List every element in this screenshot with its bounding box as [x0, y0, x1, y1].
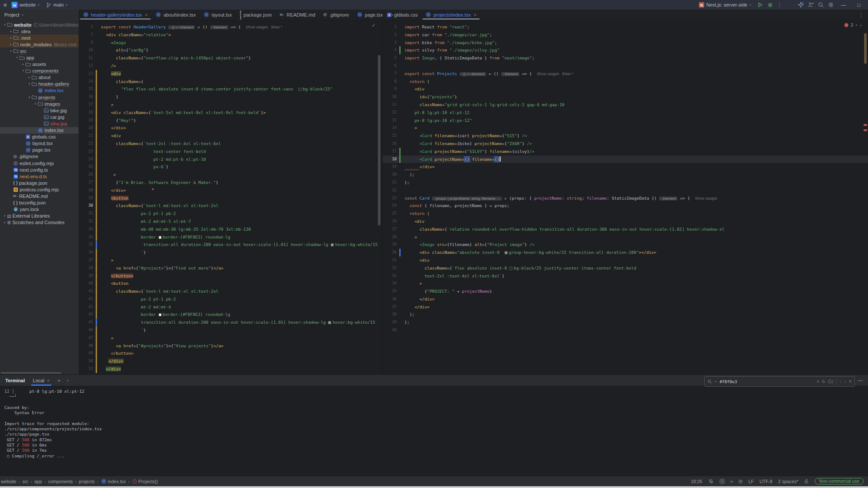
editor-line-28[interactable]: 28 > — [383, 233, 868, 241]
editor-line-16[interactable]: 16 <Card filename={bike} projectName={"Z… — [383, 140, 868, 148]
line-number[interactable]: 30 — [79, 202, 93, 210]
editor-line-10[interactable]: 10 alt={"carBg"} — [79, 46, 382, 54]
line-number[interactable]: 49 — [79, 350, 93, 357]
breadcrumb-item-index-tsx[interactable]: index.tsx — [101, 478, 126, 484]
editor-line-35[interactable]: 35 {"PROJECT: " + projectName} — [383, 287, 868, 295]
editor-line-40[interactable]: 40 — [383, 326, 868, 334]
tree-item-about[interactable]: ▸about — [0, 74, 79, 81]
tab-globals-css[interactable]: #globals.css — [383, 10, 422, 20]
editor-line-47[interactable]: 47 > — [79, 334, 382, 342]
editor-line-37[interactable]: 37 </div> — [383, 303, 868, 311]
close-icon[interactable]: × — [47, 378, 49, 383]
line-number[interactable]: 14 — [79, 78, 93, 86]
line-number[interactable]: 39 — [79, 272, 93, 280]
typescript-service-icon[interactable]: TS — [719, 479, 725, 484]
line-number[interactable]: 39 — [383, 318, 397, 326]
caret-position[interactable]: 18:26 — [691, 479, 702, 484]
prettier-icon[interactable]: ≈ — [730, 479, 733, 484]
chevron-right-icon[interactable]: ▸ — [9, 36, 13, 40]
editor-scrollbar[interactable] — [864, 33, 867, 64]
line-number[interactable]: 28 — [383, 233, 397, 241]
editor-line-26[interactable]: 26 > — [79, 171, 382, 179]
editor-line-32[interactable]: 32 mt-2 md:mt-5 xl:mt-7 — [79, 218, 382, 225]
editor-line-27[interactable]: 27 {"I'm Brian. Software Engineer & Make… — [79, 179, 382, 187]
editor-line-18[interactable]: 18 <Card projectName={} filename={} — [383, 156, 868, 163]
editor-line-6[interactable]: 6 — [383, 62, 868, 70]
tree-item-index-tsx[interactable]: index.tsx — [0, 127, 79, 134]
line-number[interactable]: 8 — [79, 39, 93, 47]
line-number[interactable]: 23 — [383, 194, 397, 202]
tree-item-package-json[interactable]: { }package.json — [0, 180, 79, 186]
line-number[interactable]: 38 — [383, 311, 397, 318]
breadcrumb-item-src[interactable]: src — [22, 479, 28, 484]
line-number[interactable]: 18 — [383, 156, 397, 163]
editor-line-21[interactable]: 21}; — [383, 179, 868, 187]
editor-line-26[interactable]: 26 <div — [383, 218, 868, 225]
editor-line-30[interactable]: 30 <div className="absolute inset-0 grou… — [383, 249, 868, 256]
line-separator[interactable]: LF — [748, 479, 754, 484]
file-encoding[interactable]: UTF-8 — [759, 479, 772, 484]
editor-line-29[interactable]: 29 <Image src={filename} alt={"Project i… — [383, 241, 868, 249]
chevron-right-icon[interactable]: ▸ — [3, 221, 7, 224]
main-menu-icon[interactable]: ≡ — [3, 2, 7, 8]
tab-header-gallery-index-tsx[interactable]: header-gallery\index.tsx× — [79, 10, 152, 20]
tree-item-images[interactable]: ▾images — [0, 100, 79, 107]
match-case-toggle[interactable]: Cc — [828, 379, 833, 384]
tab-projects-index-tsx[interactable]: projects\index.tsx× — [422, 10, 480, 20]
line-number[interactable]: 26 — [383, 218, 397, 225]
search-history-icon[interactable]: ↻ — [822, 379, 825, 384]
editor-line-15[interactable]: 15 <Card filename={car} projectName={"S1… — [383, 132, 868, 140]
tree-item-eslint-config-mjs[interactable]: eslint.config.mjs — [0, 160, 79, 166]
line-number[interactable]: 37 — [79, 256, 93, 264]
editor-line-39[interactable]: 39 </button> — [79, 272, 382, 280]
tree-item-external-libraries[interactable]: ▸▤External Libraries — [0, 213, 79, 219]
close-search-icon[interactable]: × — [849, 378, 852, 384]
editor-line-20[interactable]: 20 ); — [383, 171, 868, 179]
line-number[interactable]: 44 — [79, 311, 93, 318]
line-number[interactable]: 46 — [79, 326, 93, 334]
line-number[interactable]: 16 — [79, 93, 93, 101]
chevron-right-icon[interactable]: ▸ — [27, 76, 31, 79]
tree-item-globals-css[interactable]: #globals.css — [0, 134, 79, 140]
editor-line-3[interactable]: 3import bike from "./images/bike.jpg"; — [383, 39, 868, 47]
terminal-output[interactable]: 12 │ pt-8 lg:pt-10 xl:pt-12 ──╯ Caused b… — [0, 386, 868, 459]
editor-line-7[interactable]: 7 <div className="relative"> — [79, 31, 382, 39]
breadcrumb-item-components[interactable]: components — [48, 479, 73, 484]
line-number[interactable]: 12 — [79, 62, 93, 70]
editor-line-27[interactable]: 27 className={`relative rounded-xl overf… — [383, 225, 868, 233]
editor-scrollbar[interactable] — [378, 55, 380, 225]
editor-line-23[interactable]: 23const Card : (props: { projectName: st… — [383, 194, 868, 202]
editor-line-13[interactable]: 13 <div — [79, 70, 382, 78]
run-button[interactable] — [757, 2, 763, 8]
tab--gitignore[interactable]: ⊘.gitignore — [319, 10, 353, 20]
editor-line-4[interactable]: 4import silvy from "./images/silvy.jpg" — [383, 46, 868, 54]
editor-line-9[interactable]: 9 <div — [383, 85, 868, 93]
line-number[interactable]: 33 — [383, 272, 397, 280]
editor-line-17[interactable]: 17 > — [79, 101, 382, 109]
editor-line-17[interactable]: 17 <Card projectName={"SILVY"} filename=… — [383, 148, 868, 156]
tree-item-yarn-lock[interactable]: yyarn.lock — [0, 206, 79, 213]
next-match-icon[interactable]: ↓ — [844, 379, 846, 384]
line-number[interactable]: 23 — [79, 148, 93, 156]
search-input[interactable]: #f8f0e3 — [719, 379, 814, 384]
editor-line-22[interactable]: 22 — [383, 187, 868, 194]
line-number[interactable]: 32 — [383, 264, 397, 272]
line-number[interactable]: 51 — [79, 365, 93, 373]
tree-item-bike-jpg[interactable]: bike.jpg — [0, 107, 79, 114]
line-number[interactable]: 15 — [79, 85, 93, 93]
tree-horizontal-scrollbar[interactable] — [1, 372, 61, 374]
editor-line-12[interactable]: 12 /> — [79, 62, 382, 70]
tree-item-silvy-jpg[interactable]: silvy.jpg — [0, 120, 79, 127]
editor-line-10[interactable]: 10 id={"projects"} — [383, 93, 868, 101]
project-tool-header[interactable]: Project ∨ — [0, 10, 79, 20]
tree-item-index-tsx[interactable]: index.tsx — [0, 87, 79, 94]
editor-line-25[interactable]: 25 return ( — [383, 210, 868, 218]
more-actions-icon[interactable]: ⋮ — [777, 2, 782, 8]
code-with-me-icon[interactable] — [808, 2, 814, 8]
settings-icon[interactable] — [828, 2, 834, 8]
line-number[interactable]: 19 — [79, 117, 93, 125]
tree-item-next-env-d-ts[interactable]: TSnext-env.d.ts — [0, 173, 79, 180]
run-config-selector[interactable]: N Next.js: server-side ∨ — [697, 0, 753, 9]
editor-line-50[interactable]: 50 </div> — [79, 357, 382, 365]
terminal-tab-local[interactable]: Local × — [31, 375, 52, 386]
